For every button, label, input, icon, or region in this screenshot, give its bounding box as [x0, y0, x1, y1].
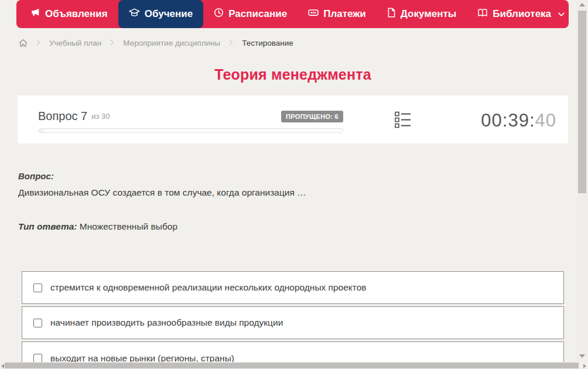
answer-type-line: Тип ответа: Множественный выбор [18, 221, 177, 232]
breadcrumb-item-study-plan[interactable]: Учебный план [49, 39, 101, 47]
megaphone-icon [30, 8, 40, 20]
question-total: из 30 [91, 112, 110, 121]
vertical-scrollbar[interactable] [576, 0, 588, 362]
nav-item-label: Платежи [323, 8, 366, 20]
nav-item-label: Расписание [228, 8, 287, 20]
question-block: Вопрос: Дивизиональная ОСУ создается в т… [18, 171, 557, 198]
breadcrumb-separator-icon [229, 39, 233, 47]
skipped-badge: ПРОПУЩЕНО: 6 [281, 111, 343, 122]
breadcrumb-separator-icon [36, 39, 40, 47]
answer-option-label: стремится к одновременной реализации нес… [50, 282, 367, 293]
page-title: Теория менеджмента [18, 66, 568, 83]
scroll-right-arrow-icon[interactable] [583, 364, 586, 368]
nav-item-payments[interactable]: Платежи [298, 0, 377, 28]
question-progress-group: Вопрос 7 из 30 ПРОПУЩЕНО: 6 [38, 110, 343, 133]
horizontal-scrollbar-thumb[interactable] [5, 363, 579, 368]
answer-type-value: Множественный выбор [80, 221, 177, 231]
home-icon[interactable] [19, 39, 28, 47]
nav-item-label: Объявления [45, 8, 108, 20]
question-number: Вопрос 7 [38, 110, 87, 123]
question-progress-bar [38, 128, 343, 133]
nav-item-learning[interactable]: Обучение [118, 0, 203, 28]
answer-option[interactable]: начинает производить разнообразные виды … [22, 306, 564, 339]
nav-item-label: Документы [401, 8, 457, 20]
question-panel: Вопрос 7 из 30 ПРОПУЩЕНО: 6 00:39:40 [18, 95, 568, 144]
answer-option[interactable]: стремится к одновременной реализации нес… [22, 271, 564, 304]
nav-item-announcements[interactable]: Объявления [20, 0, 118, 28]
question-text: Дивизиональная ОСУ создается в том случа… [18, 187, 557, 198]
nav-item-schedule[interactable]: Расписание [203, 0, 298, 28]
main-nav: Объявления Обучение Расписание Платежи Д… [16, 0, 569, 28]
answer-type-label: Тип ответа: [18, 221, 77, 231]
payments-icon [308, 8, 319, 20]
book-icon [477, 8, 488, 20]
test-timer: 00:39:40 [481, 110, 556, 131]
timer-seconds: 40 [535, 110, 556, 131]
vertical-scrollbar-thumb[interactable] [578, 11, 586, 193]
graduation-cap-icon [129, 8, 140, 20]
question-label: Вопрос: [18, 171, 557, 181]
answer-checkbox[interactable] [33, 319, 42, 327]
breadcrumb: Учебный план Мероприятие дисциплины Тест… [19, 37, 293, 49]
nav-item-library[interactable]: Библиотека [467, 0, 575, 28]
answer-checkbox[interactable] [33, 354, 42, 363]
question-progress-fill [39, 129, 45, 132]
nav-item-label: Обучение [145, 8, 193, 20]
answer-checkbox[interactable] [33, 283, 42, 292]
horizontal-scrollbar[interactable] [0, 362, 588, 369]
timer-hours-minutes: 00:39: [481, 110, 535, 131]
breadcrumb-separator-icon [110, 39, 114, 47]
scroll-up-arrow-icon[interactable] [579, 3, 585, 6]
browser-viewport: Объявления Обучение Расписание Платежи Д… [0, 0, 588, 369]
chevron-down-icon [558, 8, 565, 20]
nav-item-documents[interactable]: Документы [377, 0, 467, 28]
clock-icon [214, 8, 224, 20]
breadcrumb-item-testing: Тестирование [242, 39, 293, 47]
answer-option-label: начинает производить разнообразные виды … [50, 317, 283, 328]
question-list-icon[interactable] [395, 111, 411, 131]
nav-item-label: Библиотека [493, 8, 551, 20]
document-icon [387, 8, 396, 20]
scroll-left-arrow-icon[interactable] [1, 364, 4, 368]
scroll-down-arrow-icon[interactable] [579, 354, 585, 358]
breadcrumb-item-discipline-event[interactable]: Мероприятие дисциплины [123, 39, 220, 47]
